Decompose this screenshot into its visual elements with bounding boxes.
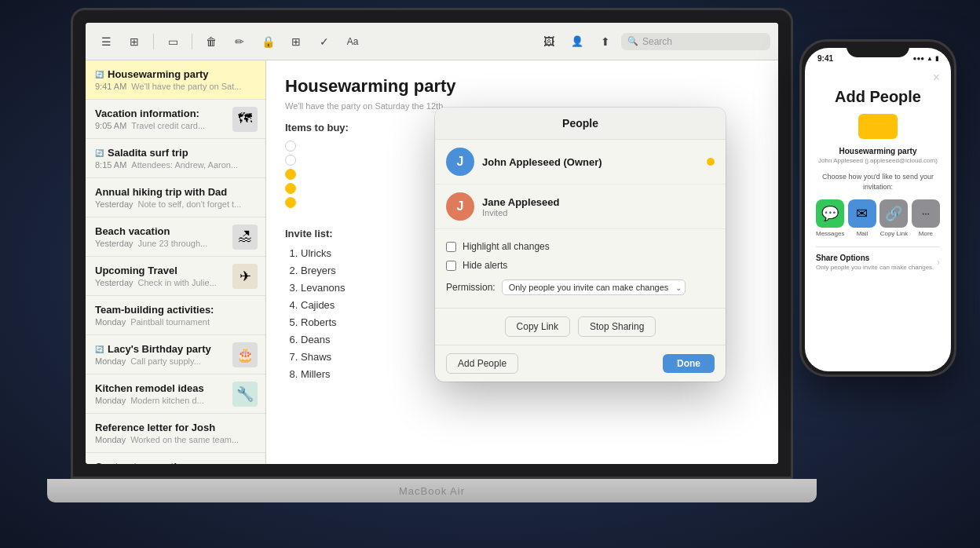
toolbar: ☰ ⊞ ▭ 🗑 ✏ 🔒 ⊞ ✓ Aa 🖼 👤 ⬆ 🔍: [86, 23, 778, 60]
note-thumb-2: 🗺: [232, 107, 258, 132]
add-people-screen: × Add People Housewarming party John App…: [805, 66, 951, 271]
note-title-7: Team-building activities:: [95, 304, 214, 316]
macbook-bezel: ☰ ⊞ ▭ 🗑 ✏ 🔒 ⊞ ✓ Aa 🖼 👤 ⬆ 🔍: [71, 8, 793, 479]
add-people-button[interactable]: Add People: [446, 353, 518, 374]
share-options-row[interactable]: Share Options Only people you invite can…: [816, 254, 940, 271]
person-status-jane: Invited: [482, 208, 715, 217]
share-app-messages[interactable]: 💬 Messages: [816, 199, 844, 237]
note-item-housewarming[interactable]: 🔄 Housewarming party 9:41 AM We'll have …: [86, 60, 265, 100]
share-app-mail[interactable]: ✉ Mail: [848, 199, 876, 237]
note-title-11: Contractor meeting: [95, 461, 189, 464]
option-hide-alerts: Hide alerts: [446, 256, 715, 275]
note-icon-container: [816, 114, 940, 139]
highlight-label: Highlight all changes: [463, 241, 550, 252]
more-icon: ···: [912, 199, 940, 228]
sync-icon-3: 🔄: [95, 149, 104, 157]
lock-button[interactable]: 🔒: [255, 31, 280, 53]
note-time-2: 9:05 AM: [95, 121, 126, 130]
checkbox-3[interactable]: [285, 169, 296, 180]
table-button[interactable]: ⊞: [283, 31, 309, 53]
permission-wrapper: Only people you invite can make changes …: [502, 279, 686, 295]
note-icon-yellow: [858, 114, 898, 139]
note-time-1: 9:41 AM: [95, 82, 126, 91]
note-title-6: Upcoming Travel: [95, 265, 177, 276]
iphone: 9:41 ●●● ▲ ▮ × Add People Housewarming p…: [799, 39, 956, 377]
note-item-vacation[interactable]: Vacation information: 9:05 AM Travel cre…: [86, 100, 265, 139]
permission-label: Permission:: [446, 282, 495, 293]
share-options-info: Share Options Only people you invite can…: [816, 254, 934, 271]
note-time-10: Monday: [95, 435, 126, 444]
note-thumb-5: 🏖: [232, 225, 258, 250]
note-item-beach[interactable]: Beach vacation Yesterday June 23 through…: [86, 217, 265, 257]
hide-alerts-checkbox[interactable]: [446, 261, 456, 271]
messages-label: Messages: [816, 230, 844, 237]
copy-link-icon: 🔗: [879, 199, 908, 228]
font-button[interactable]: Aa: [340, 31, 365, 53]
note-title-2: Vacation information:: [95, 108, 199, 119]
copy-link-button[interactable]: Copy Link: [505, 316, 570, 337]
note-time-3: 8:15 AM: [95, 160, 126, 170]
editor-title: Housewarming party: [285, 76, 759, 97]
panel-button[interactable]: ▭: [160, 31, 185, 53]
more-label: More: [919, 230, 933, 237]
note-item-travel[interactable]: Upcoming Travel Yesterday Check in with …: [86, 257, 265, 296]
note-time-5: Yesterday: [95, 239, 133, 248]
note-title-10: Reference letter for Josh: [95, 422, 215, 433]
done-button[interactable]: Done: [663, 354, 715, 373]
highlight-checkbox[interactable]: [446, 242, 456, 252]
person-info-jane: Jane Appleseed Invited: [482, 196, 715, 217]
toolbar-sep-2: [192, 34, 192, 49]
list-view-button[interactable]: ☰: [93, 31, 119, 53]
delete-button[interactable]: 🗑: [199, 31, 224, 53]
search-box: 🔍 Search: [621, 33, 770, 50]
note-time-8: Monday: [95, 356, 126, 366]
note-preview-7: Paintball tournament: [130, 317, 210, 327]
share-options-title: Share Options: [816, 254, 934, 262]
note-item-contractor[interactable]: Contractor meeting 8/11/19 Gary says the…: [86, 453, 265, 464]
person-name-jane: Jane Appleseed: [482, 196, 715, 208]
note-item-saladita[interactable]: 🔄 Saladita surf trip 8:15 AM Attendees: …: [86, 139, 265, 178]
permission-row: Permission: Only people you invite can m…: [446, 275, 715, 300]
note-title-9: Kitchen remodel ideas: [95, 382, 204, 394]
checkbox-5[interactable]: [285, 197, 296, 208]
note-editor: Housewarming party We'll have the party …: [266, 60, 778, 464]
search-icon: 🔍: [627, 36, 638, 46]
checkbox-4[interactable]: [285, 183, 296, 194]
checkbox-1[interactable]: [285, 141, 296, 152]
note-preview-3: Attendees: Andrew, Aaron...: [131, 160, 238, 170]
sync-icon-1: 🔄: [95, 71, 104, 79]
notes-app: ☰ ⊞ ▭ 🗑 ✏ 🔒 ⊞ ✓ Aa 🖼 👤 ⬆ 🔍: [86, 23, 778, 464]
note-item-lacys[interactable]: 🔄 Lacy's Birthday party Monday Call part…: [86, 335, 265, 374]
toolbar-sep-1: [153, 34, 154, 49]
check-button[interactable]: ✓: [312, 31, 337, 53]
media-button[interactable]: 🖼: [536, 31, 561, 53]
note-title-1: Housewarming party: [108, 68, 209, 80]
note-time-6: Yesterday: [95, 278, 133, 287]
share-app-more[interactable]: ··· More: [912, 199, 940, 237]
edit-button[interactable]: ✏: [227, 31, 252, 53]
iphone-notch: [847, 42, 909, 57]
chevron-right-icon: ›: [937, 257, 940, 268]
signal-icon: ●●●: [913, 55, 925, 62]
share-app-copy-link[interactable]: 🔗 Copy Link: [879, 199, 908, 237]
note-item-teambuilding[interactable]: Team-building activities: Monday Paintba…: [86, 296, 265, 335]
note-thumb-6: ✈: [232, 264, 258, 289]
share-button[interactable]: ⬆: [593, 31, 618, 53]
iphone-status-icons: ●●● ▲ ▮: [913, 55, 938, 62]
note-preview-1: We'll have the party on Sat...: [131, 82, 241, 91]
note-item-hiking[interactable]: Annual hiking trip with Dad Yesterday No…: [86, 178, 265, 217]
close-button[interactable]: ×: [816, 66, 940, 88]
wifi-icon: ▲: [927, 55, 933, 62]
account-button[interactable]: 👤: [565, 31, 590, 53]
sync-icon-8: 🔄: [95, 345, 104, 353]
grid-view-button[interactable]: ⊞: [122, 31, 147, 53]
stop-sharing-button[interactable]: Stop Sharing: [578, 316, 656, 337]
iphone-body: 9:41 ●●● ▲ ▮ × Add People Housewarming p…: [799, 39, 956, 377]
note-item-kitchen[interactable]: Kitchen remodel ideas Monday Modern kitc…: [86, 374, 265, 414]
permission-select[interactable]: Only people you invite can make changes: [502, 279, 686, 295]
note-item-reference[interactable]: Reference letter for Josh Monday Worked …: [86, 414, 265, 453]
note-preview-8: Call party supply...: [130, 356, 201, 366]
iphone-time: 9:41: [817, 54, 833, 63]
checkbox-2[interactable]: [285, 155, 296, 166]
battery-icon: ▮: [935, 55, 938, 62]
